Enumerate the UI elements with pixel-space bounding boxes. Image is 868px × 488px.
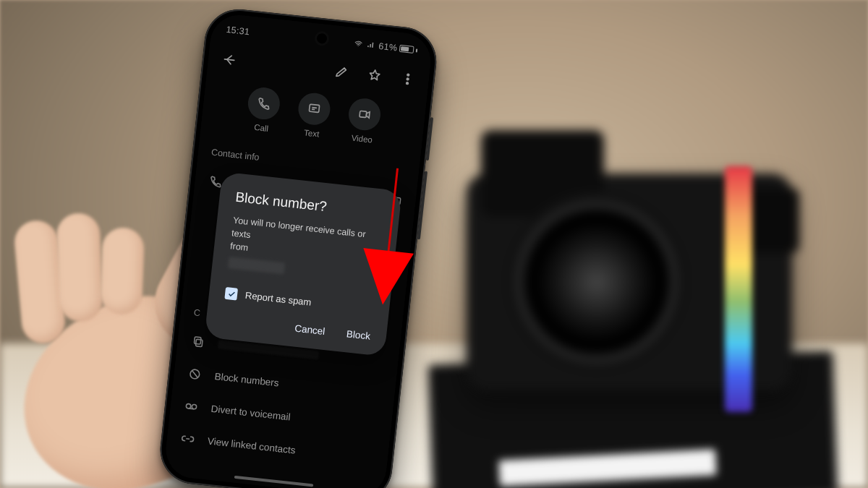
- dialog-body-line1: You will no longer receive calls or text…: [231, 215, 366, 240]
- phone-screen: 15:31 61%: [163, 12, 434, 488]
- camera-prop: [438, 130, 828, 427]
- block-number-dialog: Block number? You will no longer receive…: [204, 171, 401, 356]
- redacted-number: [228, 257, 285, 275]
- dialog-body-line2: from: [230, 241, 249, 254]
- block-button[interactable]: Block: [346, 329, 370, 342]
- check-icon: [226, 289, 236, 299]
- report-spam-row[interactable]: Report as spam: [224, 287, 374, 315]
- rainbow-stripe-prop: [725, 166, 752, 412]
- cancel-button[interactable]: Cancel: [294, 323, 326, 337]
- report-spam-label: Report as spam: [244, 290, 312, 308]
- report-spam-checkbox[interactable]: [224, 287, 238, 301]
